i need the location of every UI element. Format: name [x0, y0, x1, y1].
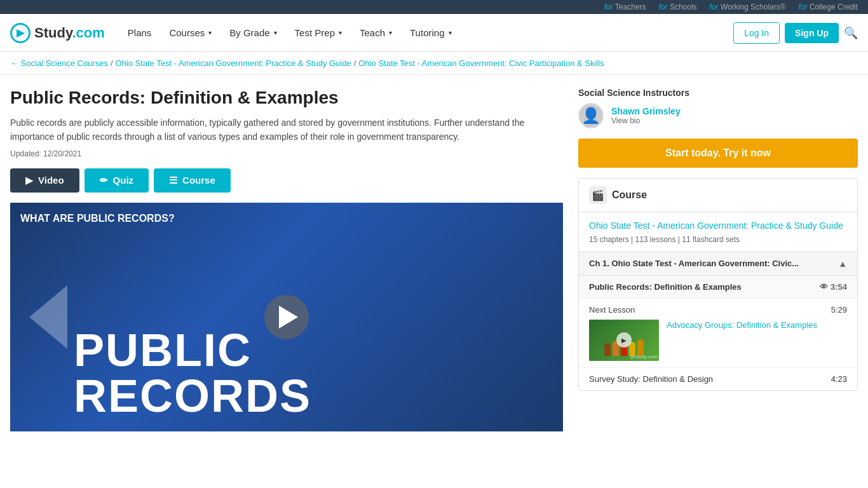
- video-title-text: WHAT ARE PUBLIC RECORDS?: [20, 213, 175, 224]
- nav-test-prep[interactable]: Test Prep ▾: [287, 22, 349, 43]
- chevron-up-icon: ▲: [838, 259, 847, 269]
- chapter-label: Ch 1. Ohio State Test - American Governm…: [589, 259, 799, 268]
- course-panel-icon: 🎬: [589, 186, 607, 204]
- tutoring-chevron-icon: ▾: [449, 29, 452, 36]
- top-bar: for Teachers for Schools for Working Sch…: [0, 0, 868, 14]
- nav-teach[interactable]: Teach ▾: [352, 22, 400, 43]
- updated-date: Updated: 12/20/2021: [10, 149, 563, 158]
- survey-lesson-time: 4:23: [831, 374, 847, 384]
- video-tab-button[interactable]: ▶ Video: [10, 168, 79, 193]
- video-play-button[interactable]: [264, 295, 309, 339]
- current-lesson-title: Public Records: Definition & Examples: [589, 282, 742, 292]
- nav-by-grade[interactable]: By Grade ▾: [222, 22, 284, 43]
- thumbnail-watermark: @study.com: [630, 354, 658, 360]
- instructor-section-label: Social Science Instructors: [578, 88, 858, 98]
- login-button[interactable]: Log In: [733, 22, 780, 44]
- course-meta: 15 chapters | 113 lessons | 11 flashcard…: [589, 235, 847, 244]
- course-panel: 🎬 Course Ohio State Test - American Gove…: [578, 178, 858, 391]
- breadcrumb-back[interactable]: ← Social Science Courses: [10, 58, 108, 68]
- nav-tutoring[interactable]: Tutoring ▾: [402, 22, 459, 43]
- chapter-bar[interactable]: Ch 1. Ohio State Test - American Governm…: [579, 252, 857, 276]
- search-button[interactable]: 🔍: [844, 26, 858, 40]
- play-icon: ▶: [25, 175, 33, 186]
- breadcrumb-chapter[interactable]: Ohio State Test - American Government: C…: [358, 58, 604, 68]
- video-overlay: WHAT ARE PUBLIC RECORDS?: [10, 203, 563, 431]
- next-lesson-label: Next Lesson: [589, 305, 635, 315]
- main-layout: Public Records: Definition & Examples Pu…: [0, 75, 868, 444]
- tab-buttons: ▶ Video ✏ Quiz ☰ Course: [10, 168, 563, 193]
- nav-courses[interactable]: Courses ▾: [161, 22, 219, 43]
- logo[interactable]: ▶ Study.com: [10, 23, 105, 43]
- course-panel-title: Course: [612, 189, 647, 201]
- next-lesson-thumbnail[interactable]: ▶ @study.com: [589, 320, 659, 361]
- quiz-tab-button[interactable]: ✏ Quiz: [85, 168, 149, 193]
- for-teachers[interactable]: for Teachers: [604, 3, 646, 11]
- current-lesson-time: 👁 3:54: [820, 282, 847, 292]
- main-nav: ▶ Study.com Plans Courses ▾ By Grade ▾ T…: [0, 14, 868, 52]
- view-bio-link[interactable]: View bio: [611, 116, 681, 125]
- avatar: 👤: [578, 103, 604, 128]
- instructor-name[interactable]: Shawn Grimsley: [611, 106, 681, 116]
- next-lesson-title[interactable]: Advocacy Groups: Definition & Examples: [667, 320, 817, 331]
- next-lesson-row: Next Lesson 5:29: [579, 299, 857, 368]
- course-tab-button[interactable]: ☰ Course: [154, 168, 231, 193]
- breadcrumb: ← Social Science Courses / Ohio State Te…: [0, 52, 868, 75]
- survey-lesson-link[interactable]: Survey Study: Definition & Design: [589, 374, 713, 384]
- course-link-box: Ohio State Test - American Government: P…: [579, 212, 857, 252]
- content-area: Public Records: Definition & Examples Pu…: [10, 88, 578, 431]
- eye-icon: 👁: [820, 282, 828, 292]
- search-icon: 🔍: [844, 27, 858, 39]
- for-college-credit[interactable]: for College Credit: [799, 3, 858, 11]
- test-prep-chevron-icon: ▾: [339, 29, 342, 36]
- survey-row[interactable]: Survey Study: Definition & Design 4:23: [579, 368, 857, 390]
- next-lesson-time: 5:29: [831, 305, 847, 315]
- page-title: Public Records: Definition & Examples: [10, 88, 563, 108]
- person-icon: 👤: [581, 107, 600, 125]
- video-reel-icon: 🎬: [592, 189, 604, 201]
- try-now-button[interactable]: Start today. Try it now: [578, 139, 858, 168]
- nav-links: Plans Courses ▾ By Grade ▾ Test Prep ▾ T…: [120, 22, 459, 43]
- courses-chevron-icon: ▾: [208, 29, 212, 36]
- teach-chevron-icon: ▾: [389, 29, 392, 36]
- by-grade-chevron-icon: ▾: [274, 29, 277, 36]
- play-triangle-icon: [279, 306, 298, 329]
- for-working-scholars[interactable]: for Working Scholars®: [710, 3, 786, 11]
- list-icon: ☰: [169, 175, 177, 186]
- course-title-link[interactable]: Ohio State Test - American Government: P…: [589, 220, 843, 231]
- for-schools[interactable]: for Schools: [659, 3, 697, 11]
- sidebar: Social Science Instructors 👤 Shawn Grims…: [578, 88, 858, 431]
- pencil-icon: ✏: [100, 175, 108, 186]
- instructor-box: Social Science Instructors 👤 Shawn Grims…: [578, 88, 858, 128]
- lesson-description: Public records are publicly accessible i…: [10, 116, 563, 144]
- thumbnail-play-icon: ▶: [616, 332, 632, 348]
- video-container[interactable]: PUBLIC RECORDS WHAT ARE PUBLIC RECORDS?: [10, 203, 563, 431]
- current-lesson-row[interactable]: Public Records: Definition & Examples 👁 …: [579, 276, 857, 299]
- nav-plans[interactable]: Plans: [120, 22, 159, 43]
- logo-icon: ▶: [10, 23, 31, 43]
- signup-button[interactable]: Sign Up: [785, 23, 839, 43]
- breadcrumb-study-guide[interactable]: Ohio State Test - American Government: P…: [116, 58, 351, 68]
